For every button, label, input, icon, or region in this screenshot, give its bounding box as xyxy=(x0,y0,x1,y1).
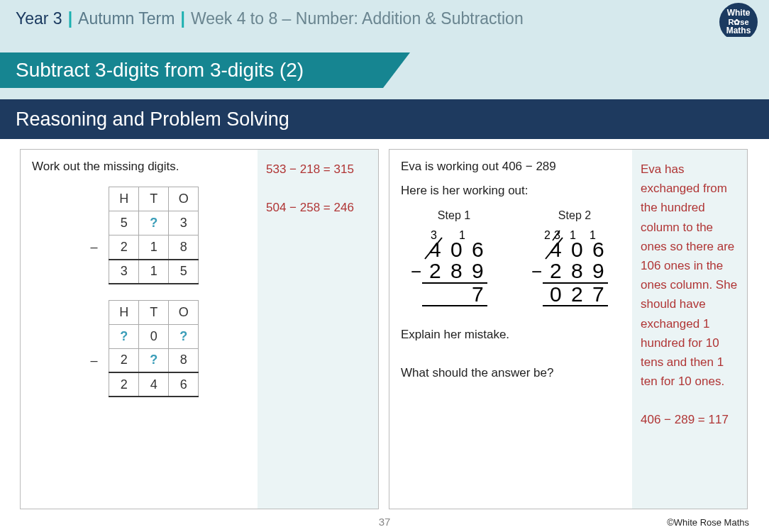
title-band: Subtract 3-digits from 3-digits (2) xyxy=(0,37,769,99)
svg-text:2: 2 xyxy=(429,259,441,282)
answer-line: 504 − 258 = 246 xyxy=(266,198,370,217)
svg-text:8: 8 xyxy=(450,259,463,282)
prompt: Work out the missing digits. xyxy=(32,160,246,174)
text: Eva is working out 406 − 289 xyxy=(401,160,621,174)
text: Explain her mistake. xyxy=(401,328,621,342)
year-label: Year 3 xyxy=(16,9,62,28)
missing-digits-table-2: HTO ?0? –2?8 246 xyxy=(79,300,199,398)
section-title: Reasoning and Problem Solving xyxy=(0,99,769,139)
step-1: Step 1 3 1 4 0 6 − 2 8 9 7 xyxy=(408,209,500,314)
working-steps: Step 1 3 1 4 0 6 − 2 8 9 7 xyxy=(408,209,621,314)
column-subtraction-1: 3 1 4 0 6 − 2 8 9 7 xyxy=(408,225,500,310)
lesson-title: Subtract 3-digits from 3-digits (2) xyxy=(0,52,383,88)
svg-text:0: 0 xyxy=(450,238,463,261)
svg-text:2: 2 xyxy=(550,259,562,282)
missing-digits-table-1: HTO 5?3 –218 315 xyxy=(79,187,199,284)
copyright: ©White Rose Maths xyxy=(667,517,749,528)
svg-text:9: 9 xyxy=(592,259,604,282)
panel-left: Work out the missing digits. HTO 5?3 –21… xyxy=(20,149,379,509)
step-2: Step 2 2 3 1 1 4 0 6 − 2 8 9 xyxy=(529,209,621,314)
content-row: Work out the missing digits. HTO 5?3 –21… xyxy=(0,139,769,509)
svg-text:−: − xyxy=(531,261,542,282)
text: Here is her working out: xyxy=(401,184,621,198)
question-left: Work out the missing digits. HTO 5?3 –21… xyxy=(21,150,258,509)
svg-text:6: 6 xyxy=(592,238,604,261)
term-label: Autumn Term xyxy=(78,9,175,28)
breadcrumb-header: Year 3 | Autumn Term | Week 4 to 8 – Num… xyxy=(0,0,769,37)
logo-line: White xyxy=(727,9,751,18)
divider: | xyxy=(68,9,72,28)
answer-calc: 406 − 289 = 117 xyxy=(641,410,738,429)
week-label: Week 4 to 8 – Number: Addition & Subtrac… xyxy=(191,9,524,28)
text: What should the answer be? xyxy=(401,366,621,380)
svg-text:8: 8 xyxy=(571,259,583,282)
answer-left: 533 − 218 = 315 504 − 258 = 246 xyxy=(258,150,378,509)
logo-badge: White R✿se Maths xyxy=(719,3,758,41)
svg-text:0: 0 xyxy=(571,238,583,261)
answer-text: Eva has exchanged from the hundred colum… xyxy=(641,160,738,391)
step-label: Step 1 xyxy=(408,209,500,222)
svg-text:9: 9 xyxy=(472,259,484,282)
logo-line: Maths xyxy=(726,26,751,35)
panel-right: Eva is working out 406 − 289 Here is her… xyxy=(389,149,748,509)
svg-text:0: 0 xyxy=(550,282,562,306)
column-subtraction-2: 2 3 1 1 4 0 6 − 2 8 9 0 xyxy=(529,225,621,310)
page-number: 37 xyxy=(379,516,391,528)
answer-line: 533 − 218 = 315 xyxy=(266,160,370,179)
step-label: Step 2 xyxy=(529,209,621,222)
svg-text:7: 7 xyxy=(592,282,604,306)
divider: | xyxy=(180,9,184,28)
svg-text:2: 2 xyxy=(571,282,583,306)
svg-text:−: − xyxy=(411,261,421,282)
svg-text:7: 7 xyxy=(472,282,484,306)
question-right: Eva is working out 406 − 289 Here is her… xyxy=(389,150,632,509)
svg-text:6: 6 xyxy=(472,238,484,261)
answer-right: Eva has exchanged from the hundred colum… xyxy=(632,150,747,509)
